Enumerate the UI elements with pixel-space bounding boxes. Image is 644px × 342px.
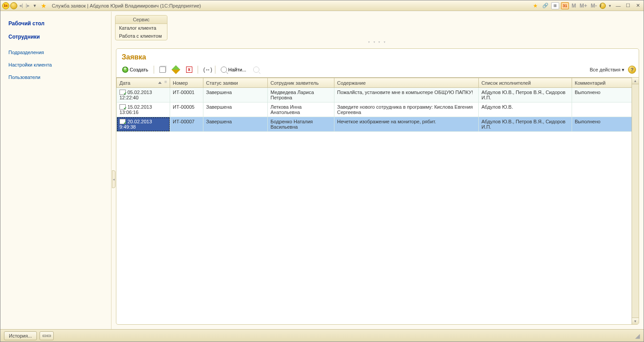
toolbar: Создать x (↔) Найти... Все действия ▾ ? — [116, 65, 639, 77]
service-item-catalog[interactable]: Каталог клиента — [115, 24, 167, 32]
cell-date: 05.02.2013 12:22:40 — [117, 88, 170, 102]
all-actions-label: Все действия — [590, 67, 620, 72]
find-label: Найти... — [228, 67, 246, 72]
sidebar-item-users[interactable]: Пользователи — [8, 73, 103, 85]
cell-content: Нечеткое изображение на мониторе, рябит. — [334, 117, 479, 132]
copy-button[interactable] — [156, 65, 169, 75]
separator — [198, 66, 198, 74]
search-clear-icon — [253, 67, 259, 73]
col-employee[interactable]: Сотрудник заявитель — [268, 78, 334, 88]
cell-emp: Медведева Лариса Петровна — [268, 88, 334, 102]
calculator-icon[interactable]: ▦ — [551, 2, 559, 9]
col-status[interactable]: Статус заявки — [203, 78, 268, 88]
cell-emp: Бодренко Наталия Васильевна — [268, 117, 334, 132]
favorite-star-icon[interactable]: ★ — [39, 2, 48, 9]
cell-comment: Выполнено — [572, 117, 639, 132]
separator — [154, 66, 154, 74]
nav-dropdown-icon[interactable]: ▼ — [32, 4, 38, 8]
cell-date: 20.02.2013 9:49:38 — [117, 117, 170, 132]
cell-num: ИТ-00005 — [170, 102, 203, 117]
data-grid: Дата Номер Статус заявки Сотрудник заяви… — [116, 77, 639, 324]
cell-date: 15.02.2013 13:06:16 — [117, 102, 170, 117]
maximize-button[interactable]: ☐ — [624, 2, 632, 9]
titlebar: 1c ◂| |▸ ▼ ★ Служба заявок | Абдулов Юри… — [0, 0, 644, 11]
create-button[interactable]: Создать — [119, 65, 151, 75]
info-dropdown-icon[interactable]: ▾ — [608, 4, 612, 8]
sidebar-item-departments[interactable]: Подразделения — [8, 48, 103, 60]
edit-button[interactable] — [170, 65, 182, 75]
cell-exec: Абдулов Ю.В. — [479, 102, 572, 117]
refresh-button[interactable]: (↔) — [200, 65, 213, 75]
vertical-scrollbar[interactable]: ▴ ▾ — [632, 78, 639, 324]
doc-done-icon — [119, 119, 126, 124]
info-icon[interactable]: i — [600, 3, 606, 9]
scroll-down-icon[interactable]: ▾ — [632, 318, 639, 324]
service-panel: Сервис Каталог клиента Работа с клиентом — [115, 15, 167, 40]
page-title: Заявка — [116, 53, 639, 65]
close-button[interactable]: ✕ — [634, 2, 642, 9]
link-icon[interactable]: 🔗 — [541, 2, 549, 9]
service-item-work[interactable]: Работа с клиентом — [115, 32, 167, 40]
clear-find-button[interactable] — [250, 65, 262, 75]
table-row[interactable]: 15.02.2013 13:06:16 ИТ-00005 Завершена Л… — [117, 102, 639, 117]
cell-status: Завершена — [203, 102, 268, 117]
memory-m-button[interactable]: M — [571, 3, 577, 9]
find-button[interactable]: Найти... — [218, 65, 250, 75]
window-title: Служба заявок | Абдулов Юрий Владимирови… — [52, 3, 201, 8]
delete-button[interactable]: x — [183, 65, 195, 75]
cell-content: Пожалйста, установите мне в компьютере О… — [334, 88, 479, 102]
all-actions-button[interactable]: Все действия ▾ — [588, 67, 626, 73]
calendar-icon[interactable]: 31 — [561, 2, 569, 9]
cell-status: Завершена — [203, 88, 268, 102]
col-content[interactable]: Содержание — [334, 78, 479, 88]
cell-comment — [572, 102, 639, 117]
cell-comment: Выполнено — [572, 88, 639, 102]
sidebar-splitter[interactable] — [112, 170, 115, 188]
history-label: История... — [9, 333, 32, 338]
refresh-icon: (↔) — [203, 67, 210, 73]
copy-icon — [159, 67, 166, 73]
cell-num: ИТ-00007 — [170, 117, 203, 132]
search-icon — [221, 67, 227, 73]
table-row[interactable]: 05.02.2013 12:22:40 ИТ-00001 Завершена М… — [117, 88, 639, 102]
doc-done-icon — [119, 90, 126, 95]
memory-mminus-button[interactable]: M- — [590, 3, 598, 9]
pencil-icon — [171, 65, 180, 74]
help-button[interactable]: ? — [628, 66, 636, 74]
sidebar: Рабочий стол Сотрудники Подразделения На… — [0, 12, 111, 329]
cell-exec: Абдулов Ю.В., Петров В.Я., Сидоров И.П. — [479, 88, 572, 102]
delete-icon: x — [186, 67, 192, 73]
nav-back-icon[interactable]: ◂| — [18, 3, 24, 8]
col-executors[interactable]: Список исполнителей — [479, 78, 572, 88]
service-panel-header: Сервис — [115, 16, 167, 24]
panel-grip-icon[interactable]: ▾ ▾ ▾ ▾ — [115, 40, 640, 44]
cell-content: Заведите нового сотрудника в программу: … — [334, 102, 479, 117]
cell-num: ИТ-00001 — [170, 88, 203, 102]
cell-status: Завершена — [203, 117, 268, 132]
statusbar: История... ▭▭ ◢ — [0, 329, 644, 342]
cell-exec: Абдулов Ю.В., Петров В.Я., Сидоров И.П. — [479, 117, 572, 132]
app-1c-icon[interactable]: 1c — [2, 2, 9, 9]
col-date[interactable]: Дата — [117, 78, 170, 88]
col-comment[interactable]: Комментарий — [572, 78, 639, 88]
history-button[interactable]: История... — [4, 331, 37, 340]
windows-button[interactable]: ▭▭ — [40, 331, 54, 340]
main-menu-icon[interactable] — [10, 2, 17, 9]
sidebar-item-client-settings[interactable]: Настройки клиента — [8, 60, 103, 73]
col-number[interactable]: Номер — [170, 78, 203, 88]
plus-icon — [122, 67, 128, 73]
memory-mplus-button[interactable]: M+ — [579, 3, 588, 9]
table-row-selected[interactable]: 20.02.2013 9:49:38 ИТ-00007 Завершена Бо… — [117, 117, 639, 132]
scroll-up-icon[interactable]: ▴ — [632, 78, 639, 84]
doc-done-icon — [119, 104, 126, 110]
sidebar-item-employees[interactable]: Сотрудники — [8, 32, 103, 45]
fav-add-icon[interactable]: ★ — [531, 3, 540, 9]
create-label: Создать — [130, 67, 148, 72]
minimize-button[interactable]: — — [614, 2, 622, 9]
sidebar-item-desktop[interactable]: Рабочий стол — [8, 19, 103, 32]
nav-forward-icon[interactable]: |▸ — [25, 3, 31, 8]
cell-emp: Леткова Инна Анатольевна — [268, 102, 334, 117]
resize-grip-icon[interactable]: ◢ — [635, 332, 640, 339]
separator — [215, 66, 215, 74]
